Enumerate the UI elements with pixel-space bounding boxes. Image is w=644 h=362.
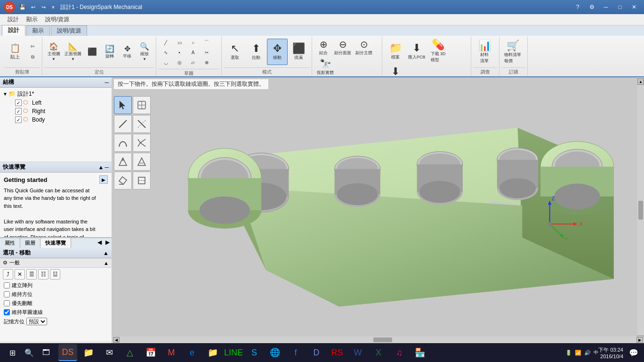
taskbar-app-google-drive[interactable]: △: [121, 344, 139, 361]
combine-button[interactable]: ⊕ 結合: [315, 38, 332, 57]
taskbar-app-rs[interactable]: RS: [328, 344, 346, 361]
taskbar-app-skype[interactable]: S: [245, 344, 264, 361]
tree-item-left[interactable]: ✓ ⬡ Left: [2, 99, 110, 107]
line-button[interactable]: ╱: [159, 38, 172, 47]
tree-item-right[interactable]: ✓ ⬡ Right: [2, 107, 110, 115]
tree-checkbox-body[interactable]: ✓: [15, 116, 22, 123]
taskbar-app-folder2[interactable]: 📁: [203, 344, 222, 361]
viewport[interactable]: 按一下物件。按兩下以選取鏈或迴圈。按三下則選取實體。: [112, 77, 644, 343]
quickguide-collapse-icon[interactable]: ─: [105, 164, 109, 171]
circle-button[interactable]: ○: [186, 38, 200, 47]
import-pcb-button[interactable]: ⬇ 匯入PCB: [406, 38, 427, 64]
zoom-button[interactable]: 🔍 縮放 ▼: [136, 41, 153, 62]
split-face-button[interactable]: ⊖ 副分面面: [332, 38, 353, 57]
spline-button[interactable]: ∿: [159, 48, 172, 57]
price-button[interactable]: 🛒 物料清單報價: [502, 39, 523, 65]
download-3d-button[interactable]: 💊 下載 3D模型: [428, 38, 449, 64]
manip-tool-btn[interactable]: [133, 96, 151, 114]
undo-button[interactable]: ↩: [28, 2, 38, 12]
rotate-button[interactable]: 🔄 旋轉: [101, 43, 118, 60]
rotate-tool-btn[interactable]: [133, 153, 151, 171]
task-view-button[interactable]: 🗔: [38, 344, 55, 361]
close-button[interactable]: ✕: [628, 2, 640, 12]
taskbar-app-discord[interactable]: D: [307, 344, 326, 361]
taskbar-app-gmail[interactable]: M: [162, 344, 181, 361]
taskbar-app-chrome[interactable]: 🌐: [266, 344, 284, 361]
quickguide-content[interactable]: Getting started This Quick Guide can be …: [0, 173, 112, 237]
menu-help[interactable]: 說明/資源: [41, 15, 73, 25]
project-solid-button[interactable]: 🔭 投影實體: [315, 58, 336, 76]
move-mode-button[interactable]: ✥ 移動: [267, 39, 288, 65]
menu-design[interactable]: 設計: [4, 15, 23, 25]
pull-tool-btn[interactable]: [114, 153, 132, 171]
taskbar-app-designspark[interactable]: DS: [58, 344, 77, 361]
save-button[interactable]: 💾: [18, 2, 27, 12]
menu-view[interactable]: 顯示: [23, 15, 41, 25]
erase-tool-btn[interactable]: [114, 172, 132, 189]
fillet-button[interactable]: ◡: [159, 58, 172, 67]
taskbar-app-word[interactable]: W: [348, 344, 367, 361]
slice-tool-btn[interactable]: [133, 172, 151, 189]
point-button[interactable]: •: [173, 48, 186, 57]
scroll-thumb-v[interactable]: [638, 201, 643, 220]
home-view-button[interactable]: 🏠 主視圖 ▼: [45, 41, 62, 62]
taskbar-app-store[interactable]: 🏪: [411, 344, 429, 361]
project-button[interactable]: ⊕: [200, 58, 213, 67]
mirror-button[interactable]: ▱: [186, 58, 200, 67]
opt-icon-5[interactable]: ☳: [50, 269, 60, 280]
trim-button[interactable]: ✂: [200, 48, 213, 57]
taskbar-app-filemanager[interactable]: 📁: [79, 344, 98, 361]
checkbox-maintain-orientation-input[interactable]: [4, 291, 10, 297]
language-indicator[interactable]: 中: [594, 349, 598, 356]
taskbar-app-excel[interactable]: X: [369, 344, 388, 361]
front-view-button[interactable]: 📐 正面視圖 ▼: [63, 41, 83, 62]
maximize-button[interactable]: □: [614, 2, 626, 12]
point-tool-btn[interactable]: [133, 134, 151, 152]
select-mode-button[interactable]: ↖ 選取: [225, 39, 245, 65]
checkbox-create-array-input[interactable]: [4, 282, 10, 288]
tab-help[interactable]: 說明/資源: [51, 25, 87, 36]
tab-design[interactable]: 設計: [2, 25, 25, 36]
file-button[interactable]: 📁 檔案: [385, 38, 406, 64]
taskbar-app-line[interactable]: LINE: [224, 344, 243, 361]
rect-button[interactable]: ▭: [173, 38, 186, 47]
fill-mode-button[interactable]: ⬛ 填滿: [288, 39, 309, 65]
tab-quickguide[interactable]: 快速導覽: [40, 238, 71, 248]
tree-item-body[interactable]: ✓ ⬡ Body: [2, 115, 110, 124]
start-button[interactable]: ⊞: [4, 344, 21, 361]
options-collapse-icon[interactable]: ▲: [103, 250, 109, 256]
opt-icon-2[interactable]: ✕: [15, 269, 25, 280]
bom-button[interactable]: 📊 材料清單: [474, 39, 495, 65]
split-body-button[interactable]: ⊙ 副分主體: [354, 38, 374, 57]
taskbar-app-music[interactable]: ♫: [390, 344, 409, 361]
scroll-right-btn[interactable]: ▶: [636, 337, 643, 343]
offset-button[interactable]: ◎: [173, 58, 186, 67]
arc-button[interactable]: ⌒: [200, 38, 213, 47]
help-button[interactable]: ?: [572, 2, 584, 12]
checkbox-priority-delete-input[interactable]: [4, 300, 10, 306]
taskbar-clock[interactable]: 下午 03:24 2016/10/4: [598, 346, 623, 359]
opt-icon-4[interactable]: ☷: [38, 269, 48, 280]
tab-properties[interactable]: 屬性: [0, 238, 20, 248]
taskbar-app-ie[interactable]: e: [183, 344, 201, 361]
viewport-scrollbar-vertical[interactable]: ▲ ▼: [637, 77, 644, 343]
quickguide-scroll-btn[interactable]: ▶: [99, 175, 108, 184]
opt-icon-1[interactable]: ⤴: [3, 269, 13, 280]
pull-mode-button[interactable]: ⬆ 拉動: [246, 39, 266, 65]
scroll-thumb-h[interactable]: [373, 337, 392, 342]
tree-checkbox-right[interactable]: ✓: [15, 108, 22, 115]
memory-position-select[interactable]: 預設: [26, 318, 47, 325]
pan-button[interactable]: ✥ 平移: [119, 43, 136, 60]
search-button[interactable]: 🔍: [21, 344, 38, 361]
notification-center-btn[interactable]: 💬: [627, 348, 640, 357]
tree-item-root[interactable]: ▼ 📁 設計1*: [2, 90, 110, 99]
opt-icon-3[interactable]: ☰: [26, 269, 37, 280]
quickguide-scroll-up[interactable]: ▲: [98, 164, 104, 171]
tab-layers[interactable]: 圖層: [20, 238, 40, 248]
cut-button[interactable]: ✄: [26, 42, 39, 51]
viewport-scrollbar-horizontal[interactable]: ◀ ▶: [112, 337, 644, 343]
options-collapse-sub[interactable]: ▲: [104, 260, 109, 266]
checkbox-maintain-sketch-input[interactable]: [4, 309, 10, 315]
scroll-left-btn[interactable]: ◀: [113, 337, 120, 343]
tab-nav-left[interactable]: ◀: [96, 238, 104, 248]
